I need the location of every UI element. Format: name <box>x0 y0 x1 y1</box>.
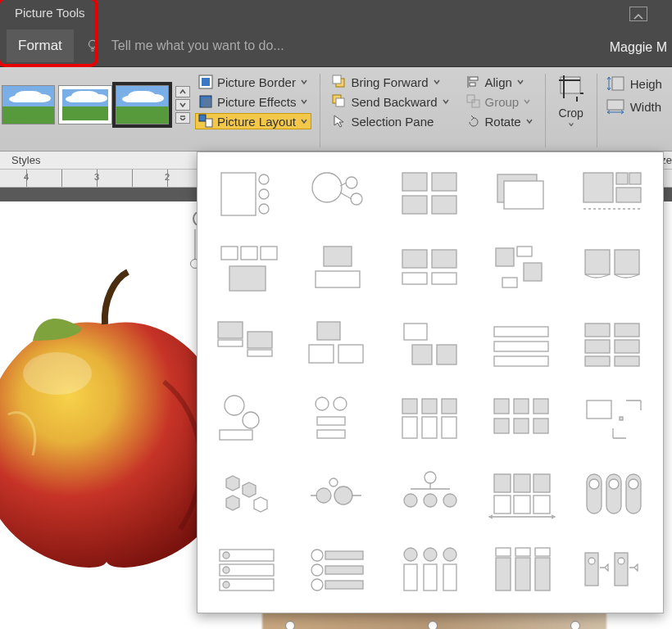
picture-style-thumb[interactable] <box>58 85 111 124</box>
rotate-button[interactable]: Rotate <box>463 113 537 129</box>
svg-rect-81 <box>422 399 437 414</box>
layout-option[interactable] <box>570 310 656 380</box>
layout-option[interactable] <box>479 460 565 531</box>
picture-border-button[interactable]: Picture Border <box>195 74 311 90</box>
width-icon <box>606 98 625 115</box>
bring-forward-button[interactable]: Bring Forward <box>329 74 452 90</box>
svg-rect-78 <box>317 417 345 425</box>
svg-rect-90 <box>514 419 529 433</box>
layout-option[interactable] <box>296 460 383 531</box>
svg-rect-83 <box>402 417 417 438</box>
svg-rect-124 <box>325 551 363 559</box>
layout-option[interactable] <box>204 159 291 229</box>
svg-rect-37 <box>616 188 641 202</box>
svg-rect-53 <box>615 250 639 274</box>
styles-scroll-up[interactable] <box>175 86 190 97</box>
rotate-label: Rotate <box>485 115 521 129</box>
svg-rect-135 <box>496 548 511 556</box>
layout-option[interactable] <box>387 159 474 229</box>
selection-handle[interactable] <box>428 621 438 629</box>
layout-option[interactable] <box>570 460 656 531</box>
svg-rect-85 <box>442 417 456 438</box>
svg-point-74 <box>243 412 259 428</box>
svg-rect-5 <box>199 115 206 121</box>
layout-option[interactable] <box>387 460 474 531</box>
crop-button[interactable]: Crop <box>549 70 593 151</box>
svg-rect-30 <box>402 196 427 214</box>
svg-point-121 <box>223 567 229 573</box>
svg-rect-110 <box>534 496 550 514</box>
picture-style-thumb[interactable] <box>2 85 55 124</box>
styles-more[interactable] <box>175 112 190 124</box>
align-label: Align <box>485 75 512 89</box>
layout-option[interactable] <box>387 310 474 380</box>
svg-rect-92 <box>587 400 611 419</box>
layout-option[interactable] <box>204 234 291 305</box>
layout-option[interactable] <box>479 234 565 305</box>
svg-rect-139 <box>515 558 530 591</box>
tell-me-input[interactable]: Tell me what you want to do... <box>111 38 284 53</box>
svg-rect-126 <box>325 566 363 574</box>
layout-option[interactable] <box>204 536 291 606</box>
svg-rect-79 <box>317 430 345 438</box>
layout-option[interactable] <box>479 536 565 606</box>
picture-effects-label: Picture Effects <box>217 95 296 109</box>
svg-rect-62 <box>412 345 432 364</box>
layout-option[interactable] <box>204 385 291 455</box>
layout-option[interactable] <box>570 385 656 455</box>
selection-pane-label: Selection Pane <box>351 115 434 129</box>
layout-option[interactable] <box>570 234 656 305</box>
svg-point-24 <box>259 204 269 214</box>
height-icon <box>606 75 625 92</box>
layout-option[interactable] <box>479 385 565 455</box>
layout-option[interactable] <box>479 310 565 380</box>
svg-rect-91 <box>534 419 548 433</box>
layout-option[interactable] <box>204 310 291 380</box>
svg-rect-59 <box>309 345 334 363</box>
layout-option[interactable] <box>296 310 383 380</box>
picture-layout-button[interactable]: Picture Layout <box>195 113 311 129</box>
svg-rect-132 <box>404 564 417 591</box>
styles-scroll-down[interactable] <box>175 99 190 111</box>
layout-option[interactable] <box>296 234 383 305</box>
svg-rect-29 <box>432 173 456 191</box>
svg-point-101 <box>425 472 436 483</box>
svg-rect-89 <box>494 419 509 433</box>
height-field[interactable]: Heigh <box>606 75 662 92</box>
user-name: Maggie M <box>610 40 667 55</box>
selection-handle[interactable] <box>570 621 580 629</box>
picture-layout-gallery <box>197 152 664 613</box>
layout-option[interactable] <box>570 159 656 229</box>
svg-point-98 <box>316 488 331 503</box>
ribbon-collapse-icon[interactable] <box>629 7 647 21</box>
picture-effects-button[interactable]: Picture Effects <box>195 93 311 110</box>
svg-rect-45 <box>432 250 456 268</box>
svg-rect-34 <box>583 173 613 202</box>
picture-style-thumb-selected[interactable] <box>116 85 169 124</box>
picture-layout-label: Picture Layout <box>217 115 296 129</box>
svg-rect-13 <box>470 83 475 86</box>
svg-rect-10 <box>336 98 344 106</box>
svg-rect-44 <box>402 250 427 268</box>
svg-rect-55 <box>218 340 243 346</box>
layout-option[interactable] <box>296 159 383 229</box>
layout-option[interactable] <box>387 234 474 305</box>
align-button[interactable]: Align <box>463 74 537 90</box>
svg-rect-60 <box>338 345 363 363</box>
height-label: Heigh <box>630 77 662 91</box>
layout-option[interactable] <box>479 159 565 229</box>
send-backward-button[interactable]: Send Backward <box>329 93 452 110</box>
layout-option[interactable] <box>296 536 383 606</box>
format-tab[interactable]: Format <box>7 29 74 62</box>
selection-handle[interactable] <box>285 621 295 629</box>
layout-option[interactable] <box>296 385 383 455</box>
layout-option[interactable] <box>387 385 474 455</box>
layout-option[interactable] <box>387 536 474 606</box>
layout-option[interactable] <box>204 460 291 531</box>
selection-pane-button[interactable]: Selection Pane <box>329 113 452 129</box>
svg-rect-72 <box>615 356 639 366</box>
layout-option[interactable] <box>570 536 656 606</box>
svg-point-25 <box>312 173 342 202</box>
group-button[interactable]: Group <box>463 93 537 110</box>
width-field[interactable]: Width <box>606 98 662 115</box>
